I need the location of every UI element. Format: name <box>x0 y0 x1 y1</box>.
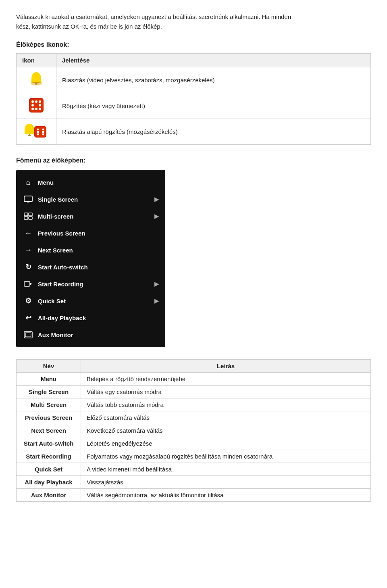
menu-arrow-single: ▶ <box>154 196 159 202</box>
svg-point-14 <box>28 124 31 127</box>
svg-rect-29 <box>24 281 30 286</box>
svg-rect-23 <box>24 196 32 202</box>
icon-row-1: Riasztás (video jelvesztés, szabotázs, m… <box>17 67 371 93</box>
desc-desc-cell: Váltás segédmonitorra, az aktuális főmon… <box>81 489 371 502</box>
icons-table: Ikon Jelentése Riasztás (video jelveszté… <box>16 53 371 145</box>
svg-point-17 <box>37 129 39 131</box>
desc-desc-cell: Folyamatos vagy mozgásalapú rögzítés beá… <box>81 450 371 463</box>
menu-item-menu[interactable]: ⌂ Menu <box>16 174 165 191</box>
desc-name-cell: All day Playback <box>17 476 81 489</box>
desc-name-cell: Menu <box>17 373 81 386</box>
menu-label-next-screen: Next Screen <box>38 247 159 254</box>
desc-desc-cell: Belépés a rögzítő rendszermenüjébe <box>81 373 371 386</box>
menu-icon-multi <box>23 211 34 222</box>
menu-label-menu: Menu <box>38 179 159 186</box>
menu-icon-aux <box>23 329 34 340</box>
icon-cell-3 <box>17 119 56 145</box>
desc-table-row: Single ScreenVáltás egy csatornás módra <box>17 386 371 398</box>
menu-section-title: Főmenü az élőképben: <box>16 157 371 164</box>
svg-rect-13 <box>28 134 31 136</box>
icon-cell-2 <box>17 93 56 119</box>
icon-meaning-2: Rögzítés (kézi vagy ütemezett) <box>56 93 371 119</box>
dice-icon <box>27 96 45 114</box>
desc-desc-cell: Váltás egy csatornás módra <box>81 386 371 398</box>
desc-col-name: Név <box>17 360 81 373</box>
menu-icon-recording <box>23 278 34 290</box>
menu-icon-playback: ↩ <box>23 312 34 323</box>
svg-point-5 <box>31 100 34 103</box>
svg-point-10 <box>31 108 34 110</box>
menu-item-prev-screen[interactable]: ← Previous Screen <box>16 225 165 242</box>
desc-table-row: MenuBelépés a rögzítő rendszermenüjébe <box>17 373 371 386</box>
menu-box: ⌂ Menu Single Screen ▶ Multi-screen ▶ ← … <box>16 170 165 347</box>
menu-item-start-recording[interactable]: Start Recording ▶ <box>16 275 165 292</box>
desc-desc-cell: Előző csatornára váltás <box>81 411 371 424</box>
svg-point-2 <box>35 73 37 75</box>
menu-arrow-recording: ▶ <box>154 281 159 287</box>
desc-col-desc: Leírás <box>81 360 371 373</box>
desc-table: Név Leírás MenuBelépés a rögzítő rendsze… <box>16 359 371 502</box>
menu-icon-home: ⌂ <box>23 177 34 188</box>
menu-item-all-day-playback[interactable]: ↩ All-day Playback <box>16 309 165 326</box>
menu-label-start-recording: Start Recording <box>38 281 154 288</box>
svg-rect-25 <box>24 213 28 216</box>
desc-table-row: Next ScreenKövetkező csatornára váltás <box>17 424 371 437</box>
desc-table-row: Quick SetA video kimeneti mód beállítása <box>17 463 371 476</box>
icon-cell-1 <box>17 67 56 93</box>
menu-icon-next: → <box>23 244 34 256</box>
intro-paragraph: Válasszuk ki azokat a csatornákat, amely… <box>16 12 371 31</box>
icons-section-title: Élőképes ikonok: <box>16 41 371 48</box>
svg-rect-32 <box>25 333 31 337</box>
desc-name-cell: Start Recording <box>17 450 81 463</box>
desc-desc-cell: Léptetés engedélyezése <box>81 437 371 450</box>
desc-desc-cell: Következő csatornára váltás <box>81 424 371 437</box>
svg-rect-24 <box>27 202 29 202</box>
meaning-col-header: Jelentése <box>56 54 371 67</box>
svg-point-21 <box>37 133 39 136</box>
svg-marker-30 <box>30 283 32 285</box>
desc-desc-cell: A video kimeneti mód beállítása <box>81 463 371 476</box>
menu-icon-quick-set: ⚙ <box>23 295 34 307</box>
svg-point-8 <box>31 104 34 106</box>
menu-item-multi-screen[interactable]: Multi-screen ▶ <box>16 208 165 225</box>
svg-rect-26 <box>29 213 32 216</box>
menu-arrow-multi: ▶ <box>154 213 159 219</box>
desc-name-cell: Multi Screen <box>17 398 81 411</box>
intro-line1: Válasszuk ki azokat a csatornákat, amely… <box>16 13 291 20</box>
icon-meaning-3: Riasztás alapú rögzítés (mozgásérzékelés… <box>56 119 371 145</box>
menu-item-aux-monitor[interactable]: Aux Monitor <box>16 326 165 343</box>
desc-desc-cell: Váltás több csatornás módra <box>81 398 371 411</box>
menu-icon-prev: ← <box>23 227 34 239</box>
menu-icon-auto-switch: ↻ <box>23 261 34 273</box>
desc-name-cell: Previous Screen <box>17 411 81 424</box>
svg-point-11 <box>35 108 37 110</box>
intro-line2: kész, kattintsunk az OK-ra, és már be is… <box>16 23 162 30</box>
menu-label-prev-screen: Previous Screen <box>38 230 159 237</box>
menu-label-multi-screen: Multi-screen <box>38 213 154 220</box>
svg-point-7 <box>39 100 41 103</box>
menu-item-next-screen[interactable]: → Next Screen <box>16 242 165 259</box>
desc-table-row: Start RecordingFolyamatos vagy mozgásala… <box>17 450 371 463</box>
desc-desc-cell: Visszajátszás <box>81 476 371 489</box>
desc-table-row: Start Auto-switchLéptetés engedélyezése <box>17 437 371 450</box>
svg-point-6 <box>35 100 37 103</box>
menu-label-single-screen: Single Screen <box>38 196 154 203</box>
desc-table-row: All day PlaybackVisszajátszás <box>17 476 371 489</box>
menu-item-auto-switch[interactable]: ↻ Start Auto-switch <box>16 259 165 275</box>
svg-point-9 <box>39 104 41 106</box>
icon-row-2: Rögzítés (kézi vagy ütemezett) <box>17 93 371 119</box>
icon-row-3: Riasztás alapú rögzítés (mozgásérzékelés… <box>17 119 371 145</box>
svg-point-19 <box>37 131 39 133</box>
svg-rect-28 <box>29 217 32 219</box>
icon-meaning-1: Riasztás (video jelvesztés, szabotázs, m… <box>56 67 371 93</box>
menu-item-single-screen[interactable]: Single Screen ▶ <box>16 191 165 208</box>
combo-icon <box>22 122 50 140</box>
icon-col-header: Ikon <box>17 54 56 67</box>
menu-label-all-day-playback: All-day Playback <box>38 315 159 321</box>
desc-name-cell: Next Screen <box>17 424 81 437</box>
menu-label-auto-switch: Start Auto-switch <box>38 264 159 271</box>
desc-name-cell: Aux Monitor <box>17 489 81 502</box>
menu-item-quick-set[interactable]: ⚙ Quick Set ▶ <box>16 292 165 309</box>
svg-point-22 <box>42 133 44 136</box>
desc-table-row: Aux MonitorVáltás segédmonitorra, az akt… <box>17 489 371 502</box>
